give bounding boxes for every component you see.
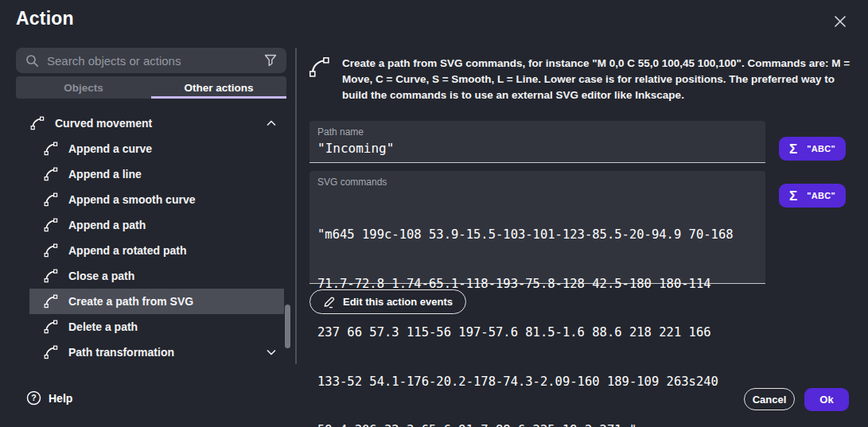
curve-icon	[44, 320, 58, 334]
chevron-down-icon[interactable]	[267, 349, 276, 355]
sigma-icon: Σ	[789, 142, 797, 156]
list-item-close-a-path[interactable]: Close a path	[16, 263, 284, 289]
svg-commands-field: SVG commands "m645 199c-108 53.9-15.5-10…	[309, 171, 765, 284]
tab-bar: Objects Other actions	[16, 76, 286, 99]
list-item-label: Append a smooth curve	[68, 193, 195, 206]
list-item-delete-a-path[interactable]: Delete a path	[16, 314, 284, 340]
help-label: Help	[49, 392, 72, 405]
list-item-label: Path transformation	[68, 346, 174, 359]
list-item-label: Append a line	[68, 168, 142, 181]
list-item-path-transformation[interactable]: Path transformation	[16, 340, 284, 365]
list-item-label: Append a curve	[68, 142, 152, 155]
sigma-icon: Σ	[789, 189, 797, 203]
curve-icon	[44, 269, 58, 283]
svg-commands-expression-button[interactable]: Σ "ABC"	[779, 184, 846, 208]
svg-text:?: ?	[31, 393, 36, 402]
curve-icon	[44, 218, 58, 232]
search-input[interactable]	[47, 54, 256, 68]
list-item-label: Create a path from SVG	[68, 295, 193, 308]
list-item-label: Close a path	[68, 270, 134, 282]
expression-button-label: "ABC"	[807, 144, 835, 153]
list-item-label: Append a rotated path	[68, 244, 187, 257]
list-item-append-a-rotated-path[interactable]: Append a rotated path	[16, 238, 284, 263]
chevron-up-icon[interactable]	[267, 120, 276, 126]
svg-commands-line: "m645 199c-108 53.9-15.5-103-101-123-85.…	[317, 227, 734, 243]
list-item-label: Curved movement	[55, 117, 152, 130]
page-title: Action	[16, 8, 74, 29]
action-dialog: Action Objects Other actions Curved move…	[0, 0, 868, 427]
list-item-append-a-line[interactable]: Append a line	[16, 161, 284, 187]
path-name-input[interactable]	[317, 141, 755, 156]
path-name-field: Path name	[309, 121, 765, 163]
list-item-append-a-path[interactable]: Append a path	[16, 212, 284, 238]
close-icon[interactable]	[830, 11, 850, 32]
field-label: Path name	[317, 126, 364, 138]
ok-button[interactable]: Ok	[804, 388, 849, 411]
search-icon	[25, 54, 39, 68]
tab-other-actions[interactable]: Other actions	[151, 76, 286, 99]
list-item-create-a-path-from-svg[interactable]: Create a path from SVG	[29, 289, 284, 314]
edit-action-events-label: Edit this action events	[343, 296, 453, 308]
expression-button-label: "ABC"	[807, 191, 835, 200]
svg-commands-line: 237 66 57.3 115-56 197-57.6 81.5-1.6 88.…	[317, 324, 734, 341]
svg-commands-line: 59.4 306-32.3c65.6-91.7 88.6-325-19.2-27…	[317, 422, 734, 427]
list-item-append-a-curve[interactable]: Append a curve	[16, 136, 284, 161]
curve-icon	[44, 142, 58, 156]
path-name-expression-button[interactable]: Σ "ABC"	[779, 137, 846, 161]
list-item-label: Delete a path	[68, 320, 138, 333]
svg-commands-line: 133-52 54.1-176-20.2-178-74.3-2.09-160 1…	[317, 374, 734, 390]
curve-icon	[44, 294, 58, 309]
edit-action-events-button[interactable]: Edit this action events	[309, 289, 466, 314]
panel-divider	[295, 48, 297, 364]
tab-objects[interactable]: Objects	[16, 76, 151, 99]
curve-icon	[44, 345, 58, 359]
search-bar	[16, 48, 286, 73]
curve-icon	[44, 192, 58, 207]
curve-icon	[44, 243, 58, 258]
curve-icon	[44, 167, 58, 181]
help-icon: ?	[26, 390, 41, 406]
help-button[interactable]: ? Help	[26, 390, 72, 406]
list-item-append-a-smooth-curve[interactable]: Append a smooth curve	[16, 187, 284, 212]
list-item-label: Append a path	[68, 219, 146, 231]
cancel-button[interactable]: Cancel	[744, 388, 795, 410]
list-item-curved-movement[interactable]: Curved movement	[16, 111, 284, 136]
curve-icon	[30, 116, 45, 130]
pencil-icon	[323, 296, 336, 309]
filter-icon[interactable]	[264, 54, 277, 67]
curve-icon	[309, 56, 330, 78]
scrollbar-thumb[interactable]	[285, 305, 290, 348]
field-label: SVG commands	[317, 177, 387, 188]
action-description: Create a path from SVG commands, for ins…	[342, 56, 859, 103]
